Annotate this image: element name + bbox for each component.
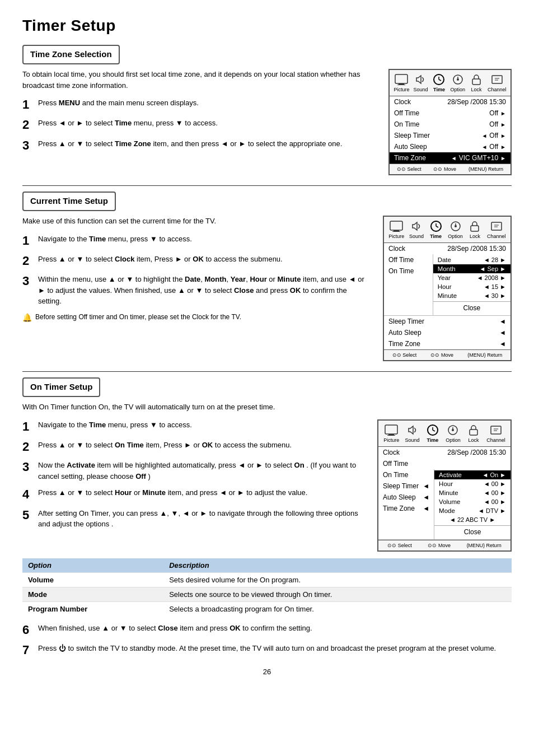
table-row: Program Number Selects a broadcasting pr… — [22, 601, 512, 616]
submenu-row-hour: Hour ◄ 15 ► — [433, 282, 510, 291]
sound-icon: Sound — [405, 424, 419, 443]
svg-rect-27 — [388, 434, 394, 435]
timezone-intro: To obtain local time, you should first s… — [22, 69, 377, 91]
timezone-heading: Time Zone Selection — [22, 45, 120, 64]
note-icon: 🔔 — [22, 313, 32, 322]
current-time-section: Current Time Setup Make use of this func… — [22, 192, 512, 361]
step-text: Press ▲ or ▼ to select On Time item, Pre… — [38, 440, 292, 451]
menu-header: Picture Sound Time — [384, 217, 510, 243]
svg-point-34 — [452, 429, 454, 431]
note-text: Before setting Off timer and On timer, p… — [35, 312, 241, 322]
menu-row-offtime: Off Time — [378, 458, 510, 469]
table-row: Mode Selects one source to be viewed thr… — [22, 587, 512, 601]
option-icon: Option — [446, 424, 461, 443]
on-timer-step-4: 4 Press ▲ or ▼ to select Hour or Minute … — [22, 487, 366, 502]
menu-row-offtime: Off Time Off ► — [390, 108, 510, 119]
svg-rect-15 — [392, 231, 400, 232]
svg-rect-28 — [387, 435, 395, 436]
menu-footer: ⊙⊙ Select ⊙⊙ Move (MENU) Return — [384, 349, 510, 360]
menu-row-timezone: Time Zone ◄ VIC GMT+10 ► — [390, 152, 510, 164]
menu-row-autosleep: Auto Sleep ◄ Off ► — [390, 141, 510, 152]
svg-rect-0 — [395, 74, 407, 83]
page-title: Timer Setup — [22, 17, 512, 35]
channel-icon: Channel — [488, 73, 507, 92]
submenu-row-mode: Mode ◄ DTV ► — [434, 506, 510, 515]
step-text: Press ▲ or ▼ to select Clock item, Press… — [38, 254, 283, 265]
on-timer-step-2: 2 Press ▲ or ▼ to select On Time item, P… — [22, 440, 366, 454]
svg-line-31 — [433, 430, 435, 431]
menu-row-clock: Clock 28/Sep /2008 15:30 — [390, 96, 510, 108]
menu-row-autosleep3: Auto Sleep ◄ — [378, 492, 434, 503]
step-text: When finished, use ▲ or ▼ to select Clos… — [38, 623, 312, 634]
step-text: Navigate to the Time menu, press ▼ to ac… — [38, 419, 192, 431]
description-mode: Selects one source to be viewed through … — [163, 587, 512, 601]
step-num: 5 — [22, 508, 34, 522]
menu-header: Picture Sound Time — [378, 421, 510, 447]
on-timer-step-1: 1 Navigate to the Time menu, press ▼ to … — [22, 419, 366, 434]
submenu-row-minute: Minute ◄ 30 ► — [433, 291, 510, 300]
on-timer-step-3: 3 Now the Activate item will be highligh… — [22, 460, 366, 482]
menu-row-clock: Clock 28/Sep /2008 15:30 — [378, 447, 510, 458]
sound-icon: Sound — [409, 220, 424, 239]
menu-row-sleep3: Sleep Timer ◄ — [378, 480, 434, 492]
step-num: 2 — [22, 440, 34, 454]
step-num: 1 — [22, 419, 34, 434]
step-text: Press ◄ or ► to select Time menu, press … — [38, 118, 218, 129]
menu-row-autosleep2: Auto Sleep ◄ — [384, 327, 510, 338]
ontimer-submenu-container: On Time Sleep Timer ◄ Auto Sleep ◄ Time … — [378, 469, 510, 540]
timezone-step-3: 3 Press ▲ or ▼ to select Time Zone item,… — [22, 138, 377, 153]
svg-rect-23 — [491, 222, 502, 230]
step-text: Navigate to the Time menu, press ▼ to ac… — [38, 234, 192, 245]
on-timer-menu-panel: Picture Sound Time — [377, 419, 512, 552]
sound-icon: Sound — [413, 73, 428, 92]
current-time-step-1: 1 Navigate to the Time menu, press ▼ to … — [22, 234, 372, 248]
current-time-menu-panel: Picture Sound Time — [383, 216, 512, 361]
picture-icon: Picture — [383, 424, 399, 443]
on-timer-intro: With On Timer function On, the TV will a… — [22, 402, 512, 413]
ontimer-submenu-right: Activate ◄ On ► Hour ◄ 00 ► Minute ◄ 00 … — [434, 469, 510, 539]
menu-row-clock: Clock 28/Sep /2008 15:30 — [384, 243, 510, 254]
timezone-step-1: 1 Press MENU and the main menu screen di… — [22, 97, 377, 112]
menu-body: Clock 28/Sep /2008 15:30 Off Time Off ► … — [390, 96, 510, 164]
step-num: 6 — [22, 623, 34, 637]
step-num: 4 — [22, 487, 34, 502]
step-num: 7 — [22, 643, 34, 657]
submenu-container: Off Time On Time Date ◄ 28 ► Month — [384, 254, 510, 316]
timezone-section: Time Zone Selection To obtain local time… — [22, 45, 512, 175]
menu-body: Clock 28/Sep /2008 15:30 Off Time On Tim… — [384, 243, 510, 349]
svg-point-21 — [455, 225, 457, 227]
option-icon: Option — [448, 220, 463, 239]
current-time-heading: Current Time Setup — [22, 192, 116, 211]
on-timer-section: On Timer Setup With On Timer function On… — [22, 377, 512, 657]
description-program-number: Selects a broadcasting program for On ti… — [163, 601, 512, 616]
close-row: Close — [434, 525, 510, 538]
submenu-row-minute: Minute ◄ 00 ► — [434, 488, 510, 497]
current-time-intro: Make use of this function can set the cu… — [22, 216, 372, 227]
svg-rect-9 — [472, 79, 480, 85]
option-program-number: Program Number — [22, 601, 163, 616]
submenu-row-hour: Hour ◄ 00 ► — [434, 479, 510, 488]
option-icon: Option — [450, 73, 465, 92]
lock-icon: Lock — [469, 73, 484, 92]
time-icon: Time — [432, 73, 446, 92]
page-number: 26 — [22, 668, 512, 676]
submenu-row-activate: Activate ◄ On ► — [434, 470, 510, 479]
step-num: 1 — [22, 234, 34, 248]
time-icon: Time — [429, 220, 443, 239]
time-icon: Time — [425, 424, 440, 443]
menu-row-ontime: On Time Off ► — [390, 119, 510, 130]
step-text: Press MENU and the main menu screen disp… — [38, 97, 199, 109]
step-text: Within the menu, use ▲ or ▼ to highlight… — [38, 274, 372, 307]
step-num: 1 — [22, 97, 34, 112]
table-row: Volume Sets desired volume for the On pr… — [22, 572, 512, 587]
svg-rect-10 — [492, 76, 502, 83]
menu-row-timezone3: Time Zone ◄ — [378, 503, 434, 514]
step-num: 3 — [22, 138, 34, 153]
on-timer-step-5: 5 After setting On Timer, you can press … — [22, 508, 366, 530]
options-header-description: Description — [163, 558, 512, 573]
menu-row-ontime3: On Time — [378, 469, 434, 480]
submenu-row-volume: Volume ◄ 00 ► — [434, 497, 510, 506]
svg-rect-26 — [385, 425, 397, 434]
current-time-step-3: 3 Within the menu, use ▲ or ▼ to highlig… — [22, 274, 372, 307]
menu-row-ontime: On Time — [384, 265, 433, 277]
